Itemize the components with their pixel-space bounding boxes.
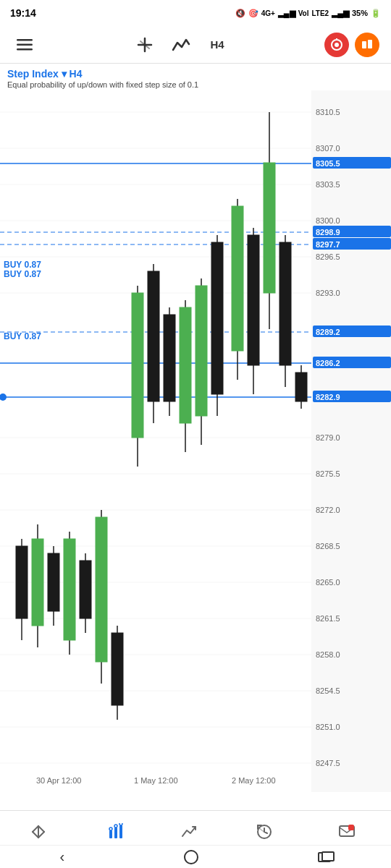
chart-header: Step Index ▾ H4 Equal probability of up/…: [0, 64, 391, 90]
svg-rect-74: [64, 539, 75, 640]
svg-text:8247.5: 8247.5: [316, 759, 340, 767]
svg-rect-102: [295, 373, 307, 401]
svg-text:8286.2: 8286.2: [316, 359, 340, 367]
svg-text:1 May 12:00: 1 May 12:00: [134, 776, 178, 785]
svg-line-108: [38, 832, 44, 838]
svg-text:8289.2: 8289.2: [316, 328, 340, 336]
svg-rect-112: [114, 827, 117, 838]
svg-text:8305.5: 8305.5: [316, 159, 340, 168]
indicator-button-red[interactable]: [324, 33, 349, 57]
signal-bars-2: ▂▄▆: [332, 9, 349, 18]
svg-text:8254.5: 8254.5: [316, 686, 340, 695]
svg-rect-70: [32, 539, 43, 626]
battery-icon: 🔋: [371, 9, 381, 18]
toolbar-center: H4: [132, 32, 230, 58]
svg-text:8282.9: 8282.9: [316, 393, 340, 401]
svg-rect-1: [17, 43, 33, 46]
hamburger-button[interactable]: [12, 32, 38, 58]
svg-point-7: [335, 43, 339, 47]
svg-text:8303.5: 8303.5: [316, 180, 340, 189]
svg-text:8310.5: 8310.5: [316, 108, 340, 116]
indicator-button-orange[interactable]: [355, 33, 379, 57]
chart-title: Step Index ▾ H4: [7, 68, 384, 80]
svg-rect-92: [211, 242, 223, 394]
svg-rect-86: [164, 315, 175, 401]
svg-text:8293.0: 8293.0: [316, 289, 340, 297]
svg-point-114: [109, 827, 112, 830]
svg-rect-72: [48, 553, 59, 611]
svg-text:8265.0: 8265.0: [316, 578, 340, 587]
svg-text:2 May 12:00: 2 May 12:00: [232, 776, 276, 785]
chart-area[interactable]: 8310.5 8307.0 8305.5 8303.5 8300.0 8298.…: [0, 90, 391, 792]
svg-text:8297.7: 8297.7: [316, 240, 340, 249]
svg-rect-111: [109, 830, 112, 838]
svg-point-115: [114, 825, 117, 827]
recents-button[interactable]: [318, 852, 331, 862]
mute-icon: 🔇: [235, 9, 245, 18]
history-icon: [256, 823, 273, 843]
svg-rect-10: [368, 40, 372, 48]
svg-rect-90: [196, 286, 207, 416]
toolbar: H4: [0, 26, 391, 64]
charts-icon: [107, 823, 125, 843]
lte-signal: LTE2: [311, 9, 329, 17]
svg-point-116: [119, 823, 122, 825]
svg-text:8268.5: 8268.5: [316, 542, 340, 550]
svg-rect-98: [264, 163, 275, 293]
svg-line-110: [38, 826, 44, 832]
svg-text:8298.9: 8298.9: [316, 228, 340, 237]
android-nav-bar: ‹: [0, 845, 391, 868]
svg-text:8258.0: 8258.0: [316, 650, 340, 659]
svg-rect-88: [180, 307, 191, 423]
signal-4g: 4G+: [261, 9, 275, 17]
drawing-tool-button[interactable]: [168, 32, 194, 58]
svg-rect-9: [362, 41, 366, 48]
battery: 35%: [352, 9, 368, 17]
svg-rect-100: [279, 242, 291, 365]
svg-line-109: [33, 832, 38, 838]
target-icon: 🎯: [248, 9, 258, 18]
status-bar: 19:14 🔇 🎯 4G+ ▂▄▆ Vol LTE2 ▂▄▆ 35% 🔋: [0, 0, 391, 26]
trade-icon: [181, 823, 198, 843]
svg-text:8261.5: 8261.5: [316, 614, 340, 623]
home-button[interactable]: [184, 850, 198, 864]
svg-line-107: [33, 826, 38, 832]
svg-text:8307.0: 8307.0: [316, 144, 340, 153]
svg-rect-96: [248, 235, 259, 365]
svg-text:8300.0: 8300.0: [316, 216, 340, 225]
svg-rect-119: [348, 825, 354, 830]
timeframe-button[interactable]: H4: [204, 35, 230, 54]
messages-icon: [338, 823, 356, 843]
svg-rect-84: [148, 271, 159, 401]
svg-rect-78: [96, 517, 107, 662]
svg-text:BUY 0.87: BUY 0.87: [4, 269, 41, 279]
svg-text:8275.5: 8275.5: [316, 469, 340, 478]
svg-rect-68: [16, 546, 28, 618]
svg-rect-76: [80, 561, 91, 618]
svg-text:30 Apr 12:00: 30 Apr 12:00: [36, 776, 81, 785]
svg-rect-0: [17, 39, 33, 41]
svg-rect-113: [119, 825, 122, 838]
svg-text:8279.0: 8279.0: [316, 433, 340, 442]
svg-text:8251.0: 8251.0: [316, 723, 340, 731]
status-time: 19:14: [10, 7, 36, 19]
svg-rect-2: [17, 48, 33, 51]
quotes-icon: [30, 823, 47, 843]
svg-rect-94: [232, 206, 243, 351]
svg-text:8296.5: 8296.5: [316, 252, 340, 261]
vol-icon: Vol: [298, 9, 309, 17]
status-icons: 🔇 🎯 4G+ ▂▄▆ Vol LTE2 ▂▄▆ 35% 🔋: [235, 9, 381, 18]
back-button[interactable]: ‹: [60, 848, 65, 865]
add-indicator-button[interactable]: [132, 32, 158, 58]
toolbar-right: [324, 33, 379, 57]
chart-subtitle: Equal probability of up/down with fixed …: [7, 80, 384, 89]
svg-rect-82: [132, 293, 143, 438]
svg-text:8272.0: 8272.0: [316, 506, 340, 514]
signal-bars: ▂▄▆: [278, 9, 295, 18]
svg-rect-80: [112, 633, 123, 705]
svg-text:BUY 0.87: BUY 0.87: [4, 260, 41, 270]
svg-text:BUY 0.87: BUY 0.87: [4, 331, 41, 341]
